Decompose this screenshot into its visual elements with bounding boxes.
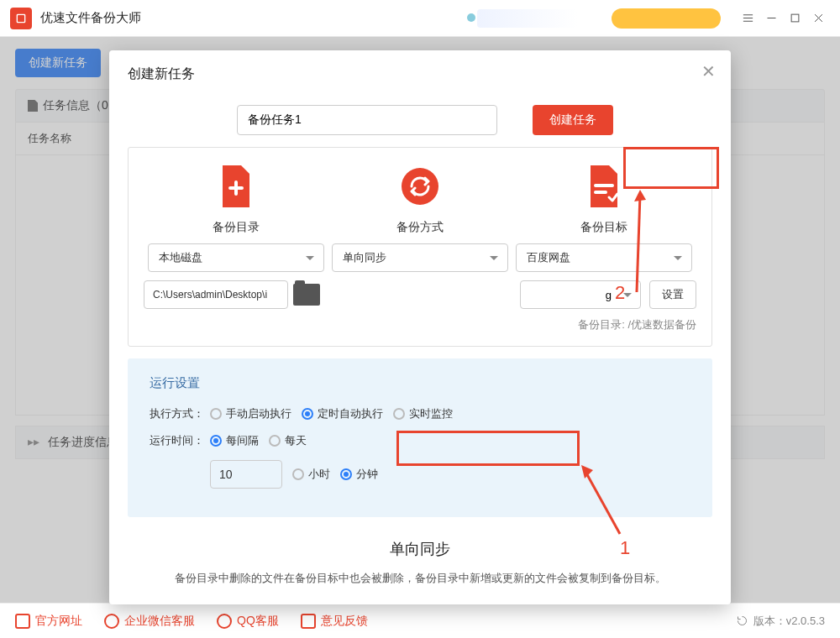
feedback-icon — [301, 614, 316, 629]
qq-support-link[interactable]: QQ客服 — [217, 614, 279, 629]
dest-path-note: 备份目录: /优速数据备份 — [144, 317, 696, 332]
sync-mode-description: 备份目录中删除的文件在备份目标中也会被删除，备份目录中新增或更新的文件会被复制到… — [128, 571, 712, 603]
footer-bar: 官方网址 企业微信客服 QQ客服 意见反馈 版本：v2.0.5.3 — [0, 603, 840, 638]
official-site-link[interactable]: 官方网址 — [15, 614, 82, 629]
daily-radio[interactable]: 每天 — [269, 433, 307, 448]
modal-close-icon[interactable]: ✕ — [699, 62, 717, 81]
feedback-link[interactable]: 意见反馈 — [301, 614, 368, 629]
unit-minute-radio[interactable]: 分钟 — [340, 467, 378, 482]
interval-radio[interactable]: 每间隔 — [210, 433, 259, 448]
mode-label: 备份方式 — [396, 220, 444, 235]
exec-realtime-radio[interactable]: 实时监控 — [393, 406, 453, 421]
unit-hour-radio[interactable]: 小时 — [292, 467, 330, 482]
promo-pill[interactable] — [612, 8, 721, 29]
dest-type-select[interactable]: 百度网盘 — [516, 243, 692, 272]
source-label: 备份目录 — [213, 220, 260, 235]
version-label: 版本：v2.0.5.3 — [736, 614, 825, 629]
close-icon[interactable] — [806, 7, 830, 30]
menu-icon[interactable] — [736, 7, 759, 30]
dest-file-icon — [583, 163, 625, 210]
run-time-label: 运行时间： — [150, 433, 210, 448]
app-logo-icon — [10, 8, 32, 29]
wechat-icon — [104, 614, 119, 629]
source-path-input[interactable]: C:\Users\admin\Desktop\i — [144, 280, 288, 309]
run-settings-title: 运行设置 — [150, 375, 690, 391]
mode-select[interactable]: 单向同步 — [332, 243, 508, 272]
browse-folder-icon[interactable] — [293, 284, 320, 306]
exec-manual-radio[interactable]: 手动启动执行 — [210, 406, 291, 421]
interval-value-input[interactable]: 10 — [210, 460, 282, 489]
annotation-number-1: 1 — [620, 537, 630, 559]
svg-rect-2 — [791, 14, 799, 22]
exec-mode-label: 执行方式： — [150, 406, 210, 421]
exec-timed-radio[interactable]: 定时自动执行 — [302, 406, 383, 421]
create-task-button[interactable]: 创建任务 — [533, 105, 613, 135]
annotation-number-2: 2 — [615, 282, 625, 304]
sync-mode-icon — [399, 163, 441, 210]
qq-icon — [217, 614, 232, 629]
web-icon — [15, 614, 30, 629]
svg-rect-1 — [18, 15, 24, 22]
modal-title: 创建新任务 — [109, 50, 731, 92]
source-file-icon — [215, 163, 257, 210]
wechat-support-link[interactable]: 企业微信客服 — [104, 614, 195, 629]
minimize-icon[interactable] — [759, 7, 783, 30]
dest-label: 备份目标 — [580, 220, 627, 235]
decoration-icon — [477, 9, 578, 28]
source-type-select[interactable]: 本地磁盘 — [148, 243, 324, 272]
maximize-icon[interactable] — [783, 7, 806, 30]
title-bar: 优速文件备份大师 — [0, 0, 840, 37]
backup-config-card: 备份目录 本地磁盘 备份方式 单向同步 备份目标 百度网盘 — [128, 147, 712, 347]
task-name-input[interactable] — [237, 105, 497, 135]
create-task-modal: ✕ 创建新任务 创建任务 备份目录 本地磁盘 备份方式 — [109, 50, 731, 604]
svg-point-3 — [402, 168, 438, 205]
app-title: 优速文件备份大师 — [40, 10, 141, 26]
run-settings-panel: 运行设置 执行方式： 手动启动执行 定时自动执行 实时监控 运行时间： 每间隔 … — [128, 358, 712, 517]
dest-settings-button[interactable]: 设置 — [649, 280, 696, 309]
